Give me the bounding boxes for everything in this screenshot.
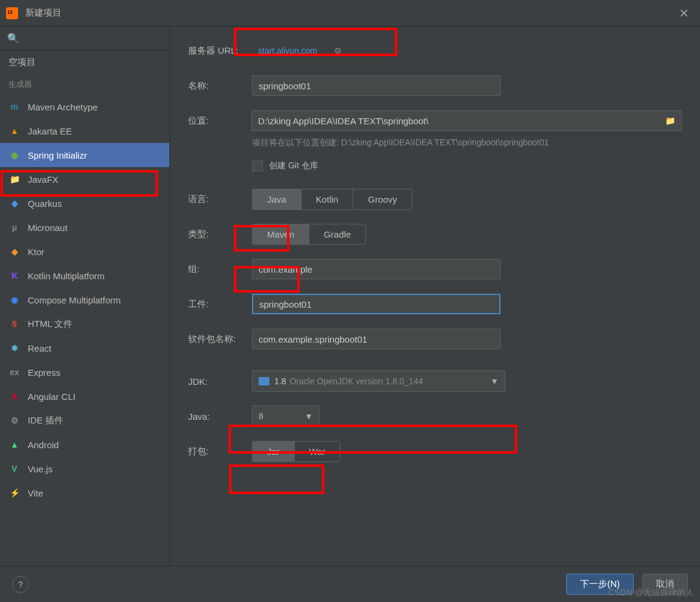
toggle-war[interactable]: War — [295, 442, 340, 461]
generators-header: 生成器 — [0, 74, 169, 95]
sidebar-item-html-文件[interactable]: 5HTML 文件 — [0, 312, 169, 336]
ktor-icon: ◆ — [8, 246, 20, 258]
watermark: CSDN @无法自律的人 — [608, 588, 694, 598]
micronaut-icon: μ — [8, 221, 20, 233]
package-input[interactable] — [252, 329, 500, 349]
sidebar-item-empty[interactable]: 空项目 — [0, 51, 169, 74]
row-git: 创建 Git 仓库 — [252, 160, 682, 171]
express-icon: ex — [8, 366, 20, 378]
type-toggle: MavenGradle — [252, 224, 366, 245]
label-server-url: 服务器 URL: — [188, 45, 252, 57]
ide-插件-icon: ⚙ — [8, 414, 20, 426]
vite-icon: ⚡ — [8, 487, 20, 499]
react-icon: ⚛ — [8, 342, 20, 354]
javafx-icon: 📁 — [8, 173, 20, 185]
sidebar-item-label: IDE 插件 — [28, 415, 63, 426]
content-panel: 服务器 URL: start.aliyun.com ⚙ 名称: 位置: 📁 项目… — [170, 27, 700, 566]
sidebar-item-angular-cli[interactable]: AAngular CLI — [0, 384, 169, 408]
sidebar-item-vue.js[interactable]: VVue.js — [0, 457, 169, 481]
location-input-wrap: 📁 — [251, 110, 682, 131]
toggle-maven[interactable]: Maven — [253, 224, 309, 244]
toggle-gradle[interactable]: Gradle — [309, 224, 365, 244]
sidebar-item-maven-archetype[interactable]: mMaven Archetype — [0, 95, 169, 119]
sidebar-item-label: React — [28, 343, 51, 353]
jdk-version: 1.8 — [274, 376, 286, 386]
sidebar-item-label: Vue.js — [28, 464, 52, 474]
label-package: 软件包名称: — [188, 334, 252, 345]
sidebar-item-spring-initializr[interactable]: ◉Spring Initializr — [0, 143, 169, 167]
git-checkbox[interactable] — [252, 160, 263, 171]
server-url-link[interactable]: start.aliyun.com — [258, 46, 317, 55]
close-button[interactable]: ✕ — [674, 6, 694, 21]
name-input[interactable] — [252, 75, 500, 96]
sidebar-item-compose-multiplatform[interactable]: ◉Compose Multiplatform — [0, 288, 169, 312]
sidebar-item-label: Micronaut — [28, 223, 68, 233]
label-artifact: 工件: — [188, 299, 252, 310]
angular-cli-icon: A — [8, 390, 20, 402]
kotlin-multiplatform-icon: K — [8, 270, 20, 282]
location-input[interactable] — [252, 112, 659, 130]
sidebar-item-react[interactable]: ⚛React — [0, 336, 169, 360]
sidebar-item-label: Ktor — [28, 247, 45, 257]
sidebar-item-jakarta-ee[interactable]: ▲Jakarta EE — [0, 119, 169, 143]
packaging-toggle: JarWar — [252, 441, 341, 462]
html-文件-icon: 5 — [8, 318, 20, 330]
gear-icon[interactable]: ⚙ — [334, 46, 342, 55]
row-java: Java: 8 ▼ — [188, 404, 682, 428]
row-type: 类型: MavenGradle — [188, 222, 682, 246]
help-button[interactable]: ? — [12, 576, 29, 593]
sidebar-item-label: Angular CLI — [28, 391, 75, 402]
sidebar-item-express[interactable]: exExpress — [0, 360, 169, 384]
row-artifact: 工件: — [188, 292, 682, 316]
java-dropdown[interactable]: 8 ▼ — [252, 405, 320, 427]
row-package: 软件包名称: — [188, 327, 682, 351]
highlight-java8 — [229, 464, 324, 494]
toggle-jar[interactable]: Jar — [253, 442, 295, 461]
search-icon: 🔍 — [7, 33, 19, 43]
language-toggle: JavaKotlinGroovy — [252, 189, 412, 210]
sidebar-item-label: Android — [28, 440, 59, 450]
sidebar-item-label: Kotlin Multiplatform — [28, 271, 105, 281]
toggle-kotlin[interactable]: Kotlin — [301, 189, 354, 209]
sidebar-item-label: Jakarta EE — [28, 126, 72, 136]
label-name: 名称: — [188, 80, 252, 92]
row-jdk: JDK: 1.8 Oracle OpenJDK version 1.8.0_14… — [188, 369, 682, 393]
sidebar-item-kotlin-multiplatform[interactable]: KKotlin Multiplatform — [0, 264, 169, 288]
toggle-groovy[interactable]: Groovy — [353, 189, 411, 209]
sidebar: 🔍 空项目 生成器 mMaven Archetype▲Jakarta EE◉Sp… — [0, 27, 170, 566]
row-group: 组: — [188, 257, 682, 281]
sidebar-item-ide-插件[interactable]: ⚙IDE 插件 — [0, 408, 169, 432]
folder-icon[interactable]: 📁 — [659, 116, 681, 125]
chevron-down-icon: ▼ — [304, 411, 313, 421]
jdk-dropdown[interactable]: 1.8 Oracle OpenJDK version 1.8.0_144 ▼ — [252, 370, 505, 392]
sidebar-item-ktor[interactable]: ◆Ktor — [0, 239, 169, 264]
jdk-detail: Oracle OpenJDK version 1.8.0_144 — [289, 376, 423, 386]
window-title: 新建项目 — [25, 7, 61, 19]
java-value: 8 — [259, 411, 263, 421]
artifact-input[interactable] — [252, 294, 500, 314]
row-packaging: 打包: JarWar — [188, 439, 682, 463]
row-language: 语言: JavaKotlinGroovy — [188, 187, 682, 211]
sidebar-item-vite[interactable]: ⚡Vite — [0, 481, 169, 505]
label-jdk: JDK: — [188, 376, 252, 387]
sidebar-item-javafx[interactable]: 📁JavaFX — [0, 167, 169, 191]
chevron-down-icon: ▼ — [490, 376, 499, 386]
row-server-url: 服务器 URL: start.aliyun.com ⚙ — [188, 39, 682, 63]
toggle-java[interactable]: Java — [253, 189, 301, 209]
sidebar-item-micronaut[interactable]: μMicronaut — [0, 215, 169, 239]
label-type: 类型: — [188, 229, 252, 240]
sidebar-item-label: 空项目 — [8, 57, 36, 68]
app-icon — [6, 7, 18, 19]
spring-initializr-icon: ◉ — [8, 149, 20, 161]
sidebar-item-label: Vite — [28, 488, 43, 498]
group-input[interactable] — [252, 259, 500, 279]
jakarta-ee-icon: ▲ — [8, 125, 20, 137]
sidebar-item-label: Compose Multiplatform — [28, 295, 121, 305]
label-group: 组: — [188, 264, 252, 275]
sidebar-item-label: Quarkus — [28, 198, 62, 209]
label-language: 语言: — [188, 194, 252, 205]
git-checkbox-label: 创建 Git 仓库 — [269, 160, 318, 171]
sidebar-item-android[interactable]: ▲Android — [0, 432, 169, 457]
search-bar[interactable]: 🔍 — [0, 27, 169, 51]
sidebar-item-quarkus[interactable]: ◆Quarkus — [0, 191, 169, 215]
